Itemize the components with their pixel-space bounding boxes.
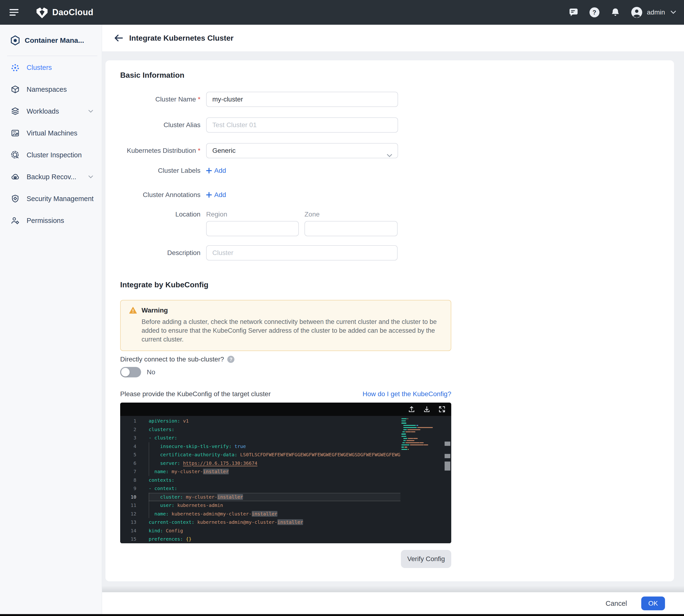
editor-minimap[interactable] [402,418,433,451]
kubernetes-distribution-select[interactable]: Generic [206,143,398,158]
location-label: Location [106,211,201,218]
chevron-down-icon[interactable] [671,11,676,14]
scrollbar-thumb[interactable] [444,462,450,470]
sidebar-item-label: Virtual Machines [27,129,77,137]
sidebar-item-label: Clusters [27,64,52,71]
daocloud-logo-icon [36,6,48,19]
sidebar: Container Mana... Clusters Namespaces [0,25,102,616]
chevron-down-icon [387,148,392,162]
menu-icon[interactable] [9,9,19,16]
scrollbar-thumb[interactable] [444,454,450,458]
cluster-name-label: Cluster Name* [106,92,201,107]
direct-connect-toggle-row: No [120,367,155,377]
direct-connect-toggle[interactable] [120,367,141,377]
message-icon[interactable] [569,7,578,17]
window-edge [0,614,684,616]
add-cluster-annotation-button[interactable]: Add [206,190,226,200]
brand-name: DaoCloud [52,7,93,17]
zone-label: Zone [304,211,320,218]
selected-distribution: Generic [212,147,235,154]
clusters-icon [11,63,20,72]
top-navbar: DaoCloud ? [0,0,684,25]
kubeconfig-help-link[interactable]: How do I get the KubeConfig? [362,390,451,398]
container-management-icon [10,35,20,46]
sidebar-item-label: Permissions [27,217,64,225]
page-titlebar: Integrate Kubernetes Cluster [102,25,684,51]
editor-toolbar [120,402,451,416]
help-icon[interactable]: ? [590,7,599,17]
fullscreen-icon[interactable] [438,406,446,413]
sidebar-divider [7,56,97,56]
sidebar-item-backup-recovery[interactable]: Backup Recov... [0,166,101,188]
cluster-name-input[interactable] [206,92,398,107]
direct-connect-question: Directly connect to the sub-cluster? ? [120,355,234,364]
question-icon[interactable]: ? [227,356,234,363]
toggle-state-label: No [147,368,155,376]
help-glyph: ? [590,7,599,17]
workloads-icon [11,107,20,115]
warning-header: Warning [129,307,442,314]
cluster-alias-input[interactable] [206,117,398,133]
cancel-button[interactable]: Cancel [606,600,627,608]
description-input[interactable] [206,245,397,261]
sidebar-product[interactable]: Container Mana... [0,34,101,47]
section-integrate-by-kubeconfig: Integrate by KubeConfig [120,280,208,290]
page-footer: Cancel OK [102,592,684,615]
sidebar-item-label: Backup Recov... [27,173,76,181]
verify-config-button[interactable]: Verify Config [401,550,451,568]
required-asterisk: * [198,147,201,154]
sidebar-product-label: Container Mana... [25,36,84,44]
bell-icon[interactable] [610,7,620,17]
sidebar-item-cluster-inspection[interactable]: Cluster Inspection [0,144,101,166]
sidebar-item-label: Namespaces [27,86,67,93]
sidebar-item-security-management[interactable]: Security Management [0,188,101,210]
region-input[interactable] [206,221,299,236]
cluster-alias-label: Cluster Alias [106,117,201,133]
back-arrow-icon[interactable] [114,33,124,43]
plus-icon [206,192,212,198]
sidebar-item-label: Cluster Inspection [27,151,82,159]
kubeconfig-prompt: Please provide the KubeConfig of the tar… [120,390,271,398]
cluster-labels-label: Cluster Labels [106,166,201,175]
avatar[interactable] [631,7,642,18]
cluster-inspection-icon [11,151,20,159]
sidebar-item-label: Workloads [27,107,59,115]
chevron-down-icon [88,175,93,178]
main-area: Integrate Kubernetes Cluster Basic Infor… [102,25,684,616]
region-label: Region [206,211,227,218]
kubeconfig-prompt-row: Please provide the KubeConfig of the tar… [120,390,451,398]
backup-recovery-icon [11,173,20,181]
sidebar-item-permissions[interactable]: Permissions [0,210,101,232]
warning-title: Warning [141,307,168,314]
warning-body: Before adding a cluster, check the netwo… [141,317,442,344]
permissions-icon [11,216,20,225]
chevron-down-icon [88,110,93,113]
page-title: Integrate Kubernetes Cluster [129,34,233,43]
download-icon[interactable] [423,406,430,413]
ok-button[interactable]: OK [641,596,665,610]
security-management-icon [11,194,20,203]
cluster-annotations-label: Cluster Annotations [106,190,201,200]
zone-input[interactable] [304,221,397,236]
application-window: DaoCloud ? [0,0,684,616]
toggle-knob [121,368,130,376]
upload-icon[interactable] [408,406,415,413]
plus-icon [206,168,212,174]
sidebar-item-clusters[interactable]: Clusters [0,57,101,79]
namespaces-icon [11,85,20,94]
kubeconfig-editor[interactable]: 1apiVersion: v12clusters:3- cluster:4 in… [120,402,451,543]
sidebar-item-virtual-machines[interactable]: Virtual Machines [0,122,101,144]
section-basic-information: Basic Information [120,70,184,80]
navbar-actions: ? admin [557,7,684,18]
sidebar-item-namespaces[interactable]: Namespaces [0,79,101,100]
description-label: Description [106,245,201,261]
add-cluster-label-button[interactable]: Add [206,166,226,175]
warning-icon [129,307,137,314]
form-card: Basic Information Cluster Name* Cluster … [106,60,674,581]
user-name[interactable]: admin [647,8,665,16]
sidebar-item-workloads[interactable]: Workloads [0,100,101,122]
warning-banner: Warning Before adding a cluster, check t… [120,300,451,351]
sidebar-item-label: Security Management [27,195,94,203]
scrollbar-thumb[interactable] [444,442,450,446]
virtual-machines-icon [11,129,20,137]
